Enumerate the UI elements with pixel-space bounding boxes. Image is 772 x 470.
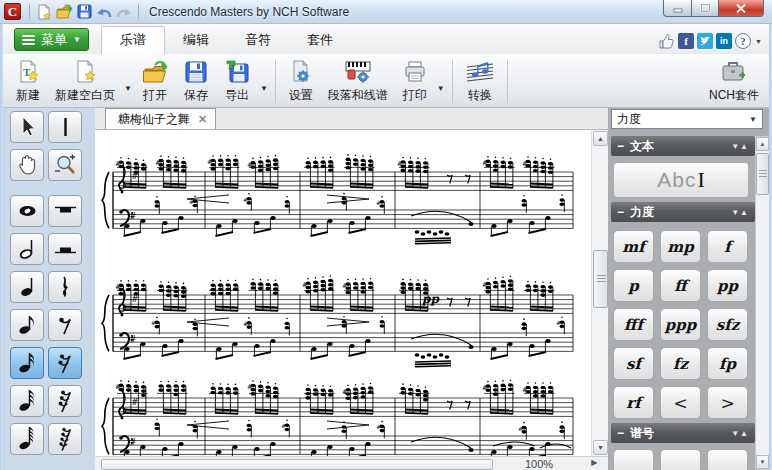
collapse-icon[interactable]: −	[617, 426, 624, 440]
dynamic-ppp-button[interactable]: ppp	[660, 308, 701, 341]
half-note-tool-button[interactable]	[10, 233, 44, 265]
reorder-icons[interactable]: ▼▲	[731, 429, 749, 438]
help-icon[interactable]: ?	[735, 33, 751, 49]
clef-button[interactable]	[613, 449, 654, 470]
scroll-down-icon[interactable]: ▼	[593, 440, 608, 455]
scrollbar-thumb[interactable]	[756, 153, 769, 195]
whole-rest-tool-button[interactable]	[48, 195, 82, 227]
redo-button[interactable]	[114, 2, 134, 22]
scroll-up-icon[interactable]: ▲	[593, 131, 608, 146]
maximize-button[interactable]	[692, 0, 719, 17]
help-caret-icon[interactable]: ▼	[755, 38, 762, 45]
toolbar-label: 导出	[225, 87, 249, 104]
tab-edit[interactable]: 编辑	[165, 27, 227, 54]
dropdown-caret-icon[interactable]: ▼	[260, 70, 268, 93]
like-icon[interactable]	[658, 33, 675, 49]
convert-button[interactable]: 转换	[458, 56, 502, 107]
quick-save-button[interactable]	[74, 2, 94, 22]
sixty-fourth-note-icon	[14, 426, 41, 452]
palette-selector-dropdown[interactable]: 力度 ▼	[611, 109, 763, 129]
minimize-button[interactable]	[663, 0, 692, 17]
zoom-icon	[52, 152, 79, 178]
dynamic-sfz-button[interactable]: sfz	[707, 308, 748, 341]
reorder-icons[interactable]: ▼▲	[731, 208, 749, 217]
save-button[interactable]: 保存	[176, 56, 216, 107]
sixteenth-rest-tool-button[interactable]	[48, 347, 82, 379]
new-blank-page-button[interactable]: 新建空白页	[48, 56, 122, 107]
tab-suite[interactable]: 套件	[289, 27, 351, 54]
print-button[interactable]: 打印	[395, 56, 435, 107]
new-button[interactable]: T 新建	[8, 56, 48, 107]
dynamic-fff-button[interactable]: fff	[613, 308, 654, 341]
dynamic-f-button[interactable]: f	[707, 230, 748, 263]
dynamic-mp-button[interactable]: mp	[660, 230, 701, 263]
decrescendo-button[interactable]: >	[707, 386, 748, 419]
zoom-tool-button[interactable]	[48, 149, 82, 181]
clef-button[interactable]	[707, 449, 748, 470]
dynamic-p-button[interactable]: p	[613, 269, 654, 302]
scroll-up-icon[interactable]: ▲	[756, 137, 769, 151]
reorder-icons[interactable]: ▼▲	[731, 142, 749, 151]
settings-button[interactable]: 设置	[281, 56, 321, 107]
dynamic-fz-button[interactable]: fz	[660, 347, 701, 380]
whole-note-tool-button[interactable]	[10, 195, 44, 227]
sixty-fourth-note-tool-button[interactable]	[10, 423, 44, 455]
sections-staves-button[interactable]: 段落和线谱	[321, 56, 395, 107]
quarter-rest-tool-button[interactable]	[48, 271, 82, 303]
main-menu-button[interactable]: 菜单 ▼	[14, 28, 89, 51]
barline-tool-button[interactable]	[48, 111, 82, 143]
undo-button[interactable]	[94, 2, 114, 22]
collapse-icon[interactable]: −	[617, 205, 624, 219]
sixteenth-note-tool-button[interactable]	[10, 347, 44, 379]
linkedin-icon[interactable]: in	[716, 33, 732, 49]
export-button[interactable]: 导出	[216, 56, 258, 107]
close-button[interactable]	[719, 0, 764, 17]
section-header-dynamics[interactable]: − 力度 ▼▲	[611, 202, 755, 222]
twitter-icon[interactable]	[697, 33, 713, 49]
dynamic-sf-button[interactable]: sf	[613, 347, 654, 380]
open-button[interactable]: 打开	[134, 56, 176, 107]
dynamic-ff-button[interactable]: ff	[660, 269, 701, 302]
dynamic-rf-button[interactable]: rf	[613, 386, 654, 419]
text-tool-button[interactable]: Abc I	[613, 162, 749, 198]
zoom-arrow-icon[interactable]: ▶	[591, 458, 597, 467]
nch-suite-button[interactable]: NCH套件	[702, 56, 766, 107]
collapse-icon[interactable]: −	[617, 139, 624, 153]
scrollbar-thumb[interactable]	[593, 250, 608, 308]
svg-text:#: #	[243, 196, 248, 203]
svg-text:#: #	[281, 422, 286, 429]
minimize-icon	[673, 4, 683, 13]
score-canvas[interactable]: ############################### pp	[95, 130, 591, 456]
svg-text:#: #	[131, 397, 139, 407]
hand-pan-icon	[14, 152, 41, 178]
tab-score[interactable]: 乐谱	[101, 26, 165, 54]
scroll-down-icon[interactable]: ▼	[756, 455, 769, 469]
dropdown-caret-icon[interactable]: ▼	[124, 70, 132, 93]
half-rest-tool-button[interactable]	[48, 233, 82, 265]
document-tab[interactable]: 糖梅仙子之舞 ✕	[105, 108, 216, 129]
quarter-note-tool-button[interactable]	[10, 271, 44, 303]
crescendo-button[interactable]: <	[660, 386, 701, 419]
section-header-text[interactable]: − 文本 ▼▲	[611, 136, 755, 156]
hand-tool-button[interactable]	[10, 149, 44, 181]
sixty-fourth-rest-tool-button[interactable]	[48, 423, 82, 455]
horizontal-scrollbar[interactable]	[101, 459, 493, 470]
eighth-rest-tool-button[interactable]	[48, 309, 82, 341]
section-header-clef[interactable]: − 谱号 ▼▲	[611, 423, 755, 443]
tab-notes[interactable]: 音符	[227, 27, 289, 54]
dropdown-caret-icon[interactable]: ▼	[437, 70, 445, 93]
quick-open-button[interactable]	[54, 2, 74, 22]
vertical-scrollbar[interactable]: ▲ ▼	[591, 130, 608, 456]
thirty-second-rest-tool-button[interactable]	[48, 385, 82, 417]
dynamic-mf-button[interactable]: mf	[613, 230, 654, 263]
eighth-note-tool-button[interactable]	[10, 309, 44, 341]
clef-button[interactable]	[660, 449, 701, 470]
pointer-tool-button[interactable]	[10, 111, 44, 143]
panel-scrollbar[interactable]: ▲ ▼	[755, 136, 770, 470]
thirty-second-note-tool-button[interactable]	[10, 385, 44, 417]
dynamic-fp-button[interactable]: fp	[707, 347, 748, 380]
facebook-icon[interactable]: f	[678, 33, 694, 49]
dynamic-pp-button[interactable]: pp	[707, 269, 748, 302]
quick-new-button[interactable]	[34, 2, 54, 22]
close-tab-icon[interactable]: ✕	[198, 113, 207, 126]
